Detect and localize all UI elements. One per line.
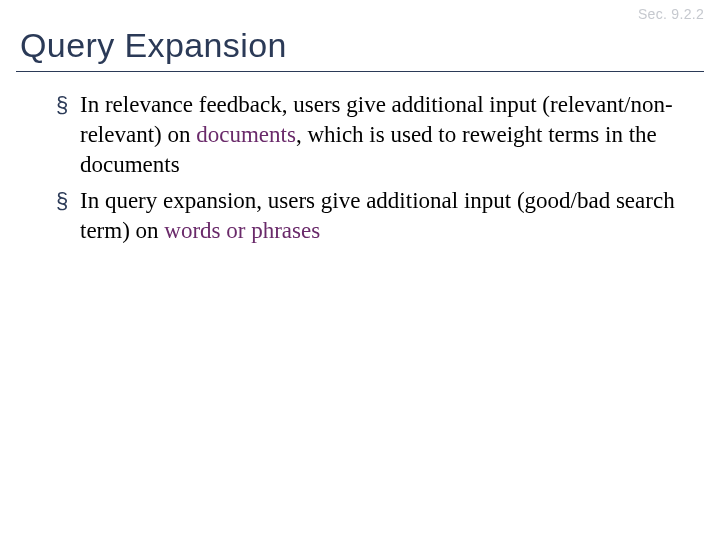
- section-label: Sec. 9.2.2: [638, 6, 704, 22]
- bullet-mark-icon: §: [56, 186, 74, 216]
- bullet-item: § In query expansion, users give additio…: [56, 186, 680, 246]
- bullet-accent: documents: [196, 122, 296, 147]
- bullet-text: In query expansion, users give additiona…: [80, 186, 680, 246]
- title-underline: [16, 71, 704, 72]
- slide: Sec. 9.2.2 Query Expansion § In relevanc…: [0, 0, 720, 540]
- slide-body: § In relevance feedback, users give addi…: [0, 90, 720, 246]
- bullet-mark-icon: §: [56, 90, 74, 120]
- bullet-item: § In relevance feedback, users give addi…: [56, 90, 680, 180]
- slide-title: Query Expansion: [0, 0, 720, 71]
- bullet-accent: words or phrases: [164, 218, 320, 243]
- bullet-text: In relevance feedback, users give additi…: [80, 90, 680, 180]
